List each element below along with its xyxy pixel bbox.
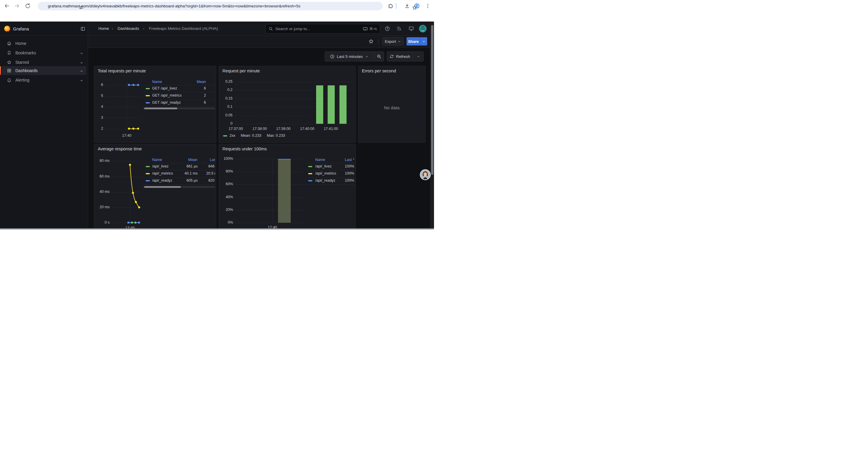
series-color-pill[interactable] [223, 135, 227, 136]
extensions-icon[interactable] [388, 3, 394, 9]
series-color-pill[interactable] [308, 180, 312, 182]
legend-col-name[interactable]: Name [152, 158, 162, 162]
legend-table[interactable]: Name Last * /api/_livez 100% /api/_metri… [306, 156, 356, 187]
panel-title[interactable]: Requests under 100ms [222, 146, 267, 151]
legend-series-name[interactable]: GET /api/_livez [152, 86, 177, 90]
legend-col-last[interactable]: Las [210, 158, 215, 162]
legend-scrollbar-thumb[interactable] [144, 186, 181, 188]
legend-series-name[interactable]: /api/_readyz [315, 178, 335, 183]
collapse-sidebar-icon[interactable] [80, 26, 85, 31]
y-tick: 60% [220, 182, 233, 186]
zoom-out-time-button[interactable] [374, 52, 384, 61]
legend-table[interactable]: Name Mean Las /api/_livez 661 µs 646 /ap… [143, 156, 215, 190]
bookmark-icon [7, 51, 11, 55]
reload-icon[interactable] [25, 3, 31, 9]
bookmarks-bar: Freeleaps 收藏博客 [0, 12, 434, 22]
legend-col-mean[interactable]: Mean [188, 158, 197, 162]
legend-series-last: 20.5 r [203, 171, 215, 175]
legend-series-name[interactable]: GET /api/_readyz [152, 100, 181, 104]
chevron-down-icon[interactable] [80, 51, 83, 55]
legend-divider [143, 106, 215, 107]
series-color-pill[interactable] [308, 166, 312, 167]
legend-series-name[interactable]: /api/_metrics [152, 171, 173, 175]
site-settings-icon[interactable] [79, 5, 84, 10]
panel-title[interactable]: Errors per second [362, 68, 396, 73]
series-color-pill[interactable] [308, 173, 312, 174]
url-text[interactable]: grafana.mathmast.com/d/deytv4rwavabkb/fr… [48, 4, 301, 8]
legend-col-last[interactable]: Last * [345, 158, 354, 162]
shortcut-text: ⌘+k [369, 27, 377, 31]
legend-col-name[interactable]: Name [315, 158, 325, 162]
series-color-pill[interactable] [146, 88, 150, 89]
sidebar-item-dashboards[interactable]: Dashboards [2, 66, 86, 75]
y-tick: 100% [220, 157, 233, 161]
legend-series-name[interactable]: /api/_livez [152, 164, 169, 168]
brand-text[interactable]: Grafana [13, 26, 29, 31]
legend-divider [306, 177, 356, 177]
legend-col-name[interactable]: Name [152, 80, 162, 84]
chevron-down-icon[interactable] [80, 78, 83, 82]
search-input[interactable]: Search or jump to... ⌘+k [265, 24, 380, 34]
panel-average-response-time[interactable]: Average response time 80 ms 60 ms 40 ms … [94, 144, 216, 230]
help-icon[interactable] [385, 26, 390, 31]
breadcrumb-dashboards[interactable]: Dashboards [118, 26, 139, 31]
grafana-logo[interactable] [4, 25, 10, 32]
legend-series-name[interactable]: 2xx [229, 133, 235, 138]
legend-table[interactable]: Name Mean GET /api/_livez 6 GET /api/_me… [143, 78, 215, 110]
sidebar-item-alerting[interactable]: Alerting [2, 76, 86, 85]
refresh-icon [390, 54, 394, 59]
favorite-star-icon[interactable] [368, 39, 374, 44]
time-range-picker[interactable]: Last 5 minutes [325, 52, 374, 61]
share-dropdown-button[interactable] [420, 37, 427, 45]
refresh-button[interactable]: Refresh [387, 52, 413, 61]
panel-total-requests[interactable]: Total requests per minute 6 5 4 3 2 17:4… [94, 66, 216, 143]
back-icon[interactable] [4, 3, 10, 9]
menu-kebab-icon[interactable] [425, 3, 431, 9]
page-scrollbar-thumb[interactable] [431, 25, 433, 175]
legend-scrollbar[interactable] [143, 107, 215, 109]
legend-col-mean[interactable]: Mean [197, 80, 206, 84]
series-color-pill[interactable] [146, 173, 150, 174]
legend-scrollbar-thumb[interactable] [144, 107, 177, 109]
series-color-pill[interactable] [146, 180, 150, 182]
profile-icon[interactable] [414, 3, 420, 9]
share-button[interactable]: Share [406, 37, 420, 45]
series-color-pill[interactable] [146, 95, 150, 96]
address-bar[interactable]: grafana.mathmast.com/d/deytv4rwavabkb/fr… [38, 2, 382, 10]
legend-scrollbar[interactable] [143, 186, 215, 188]
forward-icon[interactable] [14, 3, 20, 9]
chevron-down-icon[interactable] [80, 61, 83, 64]
assistant-avatar[interactable] [420, 169, 431, 180]
refresh-interval-dropdown[interactable] [413, 52, 424, 61]
bar-2xx [316, 85, 323, 124]
user-avatar[interactable] [419, 25, 427, 32]
downloads-icon[interactable] [404, 3, 410, 9]
legend-series-name[interactable]: /api/_metrics [315, 171, 336, 175]
sidebar-item-bookmarks[interactable]: Bookmarks [2, 48, 86, 57]
panel-requests-under-100ms[interactable]: Requests under 100ms 100% 80% 60% 40% 20… [219, 144, 356, 230]
gridline [105, 96, 142, 96]
x-tick: 17:40:00 [299, 127, 316, 131]
series-color-pill[interactable] [146, 102, 150, 103]
panel-request-per-minute[interactable]: Request per minute 0.25 0.2 0.15 0.1 0.0… [219, 66, 356, 143]
series-color-pill[interactable] [146, 166, 150, 167]
sidebar-item-starred[interactable]: Starred [2, 58, 86, 67]
data-point [137, 84, 139, 86]
data-point [132, 84, 134, 86]
legend-series-last: 100% [345, 178, 354, 183]
sidebar-item-label: Dashboards [16, 68, 38, 73]
panel-errors-per-second[interactable]: Errors per second No data [358, 66, 426, 143]
panel-title[interactable]: Request per minute [222, 68, 260, 73]
breadcrumb-home[interactable]: Home [98, 26, 109, 31]
clock-icon [330, 54, 335, 59]
export-button[interactable]: Export [382, 37, 404, 45]
data-point [131, 222, 133, 224]
news-rss-icon[interactable] [397, 26, 402, 31]
legend-series-name[interactable]: /api/_livez [315, 164, 332, 168]
legend-series-name[interactable]: GET /api/_metrics [152, 93, 182, 97]
panel-title[interactable]: Total requests per minute [98, 68, 146, 73]
sidebar-item-home[interactable]: Home [2, 39, 86, 48]
legend-series-name[interactable]: /api/_readyz [152, 178, 172, 183]
chevron-down-icon[interactable] [80, 69, 83, 72]
monitor-icon[interactable] [409, 26, 414, 31]
